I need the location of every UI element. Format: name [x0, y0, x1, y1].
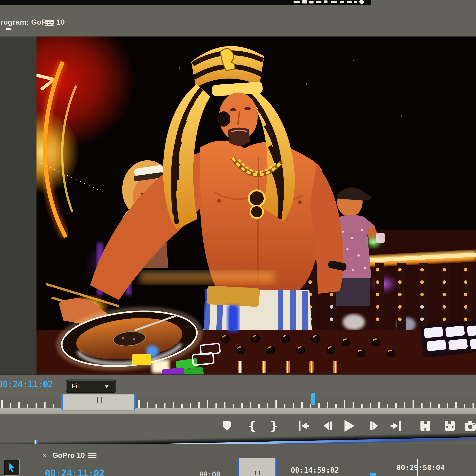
video-frame[interactable]	[36, 36, 476, 374]
step-forward-button[interactable]	[366, 417, 383, 435]
timeline-tab-label[interactable]: GoPro 10	[52, 451, 85, 459]
zoom-handle-grip	[97, 397, 102, 403]
mark-in-button[interactable]: {	[244, 417, 261, 435]
play-button[interactable]	[340, 417, 358, 435]
export-frame-button[interactable]	[461, 417, 476, 435]
timeline-playhead[interactable]	[417, 459, 418, 476]
program-monitor-tab[interactable]: rogram: GoPro 10	[0, 18, 65, 26]
monitor-background	[0, 36, 36, 374]
zoom-level-value[interactable]: Fit	[72, 382, 79, 390]
step-back-button[interactable]	[319, 417, 336, 435]
ruler-label-mid: 00:14:59:02	[291, 466, 339, 475]
ruler-label-start: 00:00	[199, 470, 220, 476]
timeline-marker[interactable]	[370, 473, 376, 476]
chevron-down-icon	[104, 385, 109, 388]
timeline-menu-icon[interactable]	[88, 453, 97, 459]
close-icon[interactable]: ×	[42, 451, 47, 459]
program-timecode[interactable]: 00:24:11:02	[0, 379, 53, 389]
lift-button[interactable]	[416, 417, 434, 435]
header-divider	[0, 10, 476, 10]
selection-tool-button[interactable]	[4, 459, 19, 475]
go-to-out-button[interactable]	[387, 417, 405, 435]
premiere-pro-screen: rogram: GoPro 10	[0, 0, 476, 476]
cropped-top-bar	[0, 0, 371, 5]
monitor-playhead[interactable]	[311, 393, 315, 405]
cursor-arrow-icon	[7, 462, 17, 473]
add-marker-button[interactable]	[218, 417, 236, 435]
timeline-handle-grip	[255, 471, 260, 475]
go-to-in-button[interactable]	[295, 417, 313, 435]
panel-menu-icon[interactable]	[45, 20, 54, 27]
extract-button[interactable]	[441, 417, 459, 435]
glare-speck	[6, 28, 11, 30]
ruler-label-end: 00:29:58:04	[396, 463, 445, 472]
timeline-timecode[interactable]: 00:24:11:02	[45, 468, 104, 476]
mark-out-button[interactable]: }	[265, 417, 283, 435]
